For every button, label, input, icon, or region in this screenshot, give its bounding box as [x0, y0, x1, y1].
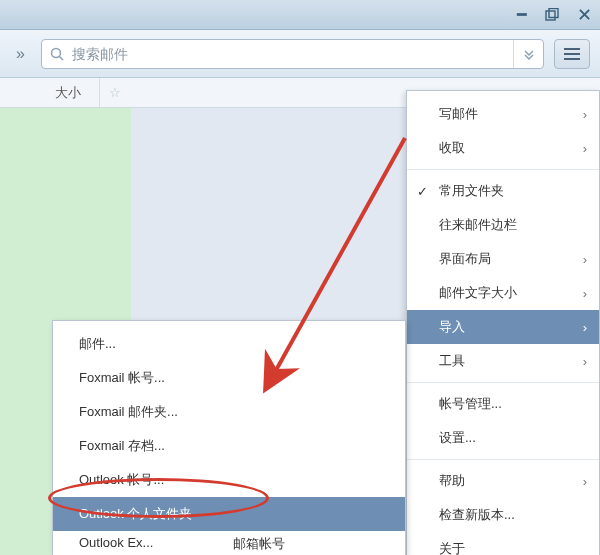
menu-label: 邮件文字大小	[439, 284, 517, 302]
chevron-right-icon: ›	[583, 141, 587, 156]
chevron-right-icon: ›	[583, 107, 587, 122]
menu-about[interactable]: 关于	[407, 532, 599, 555]
search-icon	[42, 46, 72, 62]
menu-label: 帐号管理...	[439, 395, 502, 413]
menu-contacts-sidebar[interactable]: 往来邮件边栏	[407, 208, 599, 242]
menu-compose[interactable]: 写邮件 ›	[407, 97, 599, 131]
submenu-label: Foxmail 邮件夹...	[79, 403, 178, 421]
main-menu: 写邮件 › 收取 › ✓ 常用文件夹 往来邮件边栏 界面布局 › 邮件文字大小 …	[406, 90, 600, 555]
menu-check-update[interactable]: 检查新版本...	[407, 498, 599, 532]
menu-receive[interactable]: 收取 ›	[407, 131, 599, 165]
minimize-button[interactable]: ━	[517, 7, 527, 23]
menu-label: 往来邮件边栏	[439, 216, 517, 234]
search-input[interactable]	[72, 46, 513, 62]
maximize-button[interactable]	[545, 8, 559, 22]
submenu-mail[interactable]: 邮件...	[53, 327, 405, 361]
menu-label: 导入	[439, 318, 465, 336]
menu-label: 设置...	[439, 429, 476, 447]
submenu-label: 邮件...	[79, 335, 116, 353]
submenu-label: Foxmail 帐号...	[79, 369, 165, 387]
menu-separator	[407, 382, 599, 383]
submenu-label: Foxmail 存档...	[79, 437, 165, 455]
menu-label: 工具	[439, 352, 465, 370]
size-column-header[interactable]: 大小	[0, 78, 100, 107]
submenu-outlook-more[interactable]: Outlook Ex... 邮箱帐号	[53, 531, 405, 551]
toolbar: »	[0, 30, 600, 78]
submenu-label: Outlook 帐号...	[79, 471, 164, 489]
submenu-outlook-account[interactable]: Outlook 帐号...	[53, 463, 405, 497]
svg-line-3	[59, 56, 63, 60]
menu-label: 检查新版本...	[439, 506, 515, 524]
check-icon: ✓	[417, 184, 428, 199]
menu-label: 写邮件	[439, 105, 478, 123]
close-button[interactable]: ✕	[577, 6, 592, 24]
menu-label: 界面布局	[439, 250, 491, 268]
chevron-right-icon: ›	[583, 252, 587, 267]
window-titlebar: ━ ✕	[0, 0, 600, 30]
submenu-foxmail-archive[interactable]: Foxmail 存档...	[53, 429, 405, 463]
menu-label: 收取	[439, 139, 465, 157]
menu-separator	[407, 459, 599, 460]
chevron-right-icon: ›	[583, 320, 587, 335]
menu-settings[interactable]: 设置...	[407, 421, 599, 455]
menu-font-size[interactable]: 邮件文字大小 ›	[407, 276, 599, 310]
submenu-outlook-pst[interactable]: Outlook 个人文件夹	[53, 497, 405, 531]
main-menu-button[interactable]	[554, 39, 590, 69]
chevron-right-icon: ›	[583, 354, 587, 369]
menu-common-folders[interactable]: ✓ 常用文件夹	[407, 174, 599, 208]
submenu-label: Outlook Ex...	[79, 535, 153, 550]
import-submenu: 邮件... Foxmail 帐号... Foxmail 邮件夹... Foxma…	[52, 320, 406, 555]
svg-point-2	[51, 48, 60, 57]
submenu-foxmail-folder[interactable]: Foxmail 邮件夹...	[53, 395, 405, 429]
star-column-header[interactable]: ☆	[100, 85, 130, 100]
menu-tools[interactable]: 工具 ›	[407, 344, 599, 378]
menu-label: 帮助	[439, 472, 465, 490]
toolbar-overflow-icon[interactable]: »	[10, 45, 31, 63]
menu-layout[interactable]: 界面布局 ›	[407, 242, 599, 276]
menu-label: 关于	[439, 540, 465, 555]
submenu-foxmail-account[interactable]: Foxmail 帐号...	[53, 361, 405, 395]
search-field-wrapper	[41, 39, 544, 69]
menu-import[interactable]: 导入 ›	[407, 310, 599, 344]
svg-rect-0	[546, 11, 555, 20]
svg-rect-1	[549, 8, 558, 17]
search-dropdown-icon[interactable]	[513, 40, 543, 68]
chevron-right-icon: ›	[583, 286, 587, 301]
submenu-label-extra: 邮箱帐号	[233, 535, 285, 551]
chevron-right-icon: ›	[583, 474, 587, 489]
menu-help[interactable]: 帮助 ›	[407, 464, 599, 498]
menu-separator	[407, 169, 599, 170]
menu-label: 常用文件夹	[439, 182, 504, 200]
submenu-label: Outlook 个人文件夹	[79, 505, 192, 523]
menu-account-management[interactable]: 帐号管理...	[407, 387, 599, 421]
